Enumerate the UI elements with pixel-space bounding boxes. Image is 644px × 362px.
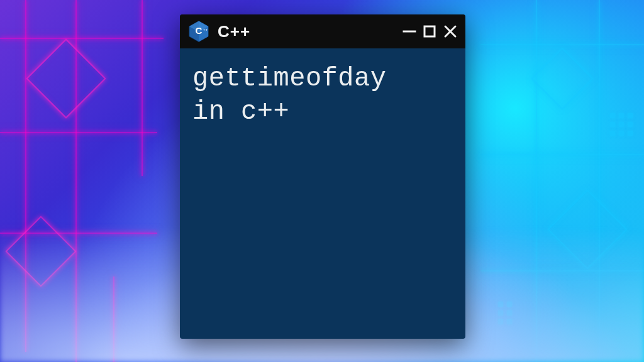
svg-text:+: + xyxy=(203,28,205,31)
window-body: gettimeofday in c++ xyxy=(180,48,465,339)
window-controls xyxy=(402,24,458,39)
minimize-icon[interactable] xyxy=(402,25,416,38)
window-titlebar[interactable]: C + + C++ xyxy=(180,14,465,48)
terminal-content-text: gettimeofday in c++ xyxy=(192,62,453,128)
svg-text:+: + xyxy=(206,28,208,31)
close-icon[interactable] xyxy=(443,24,458,39)
cpp-icon: C + + xyxy=(187,20,210,43)
window-title: C++ xyxy=(218,22,395,41)
terminal-window: C + + C++ xyxy=(180,14,465,339)
svg-text:C: C xyxy=(196,25,203,36)
maximize-icon[interactable] xyxy=(423,25,436,38)
svg-rect-7 xyxy=(425,26,435,36)
